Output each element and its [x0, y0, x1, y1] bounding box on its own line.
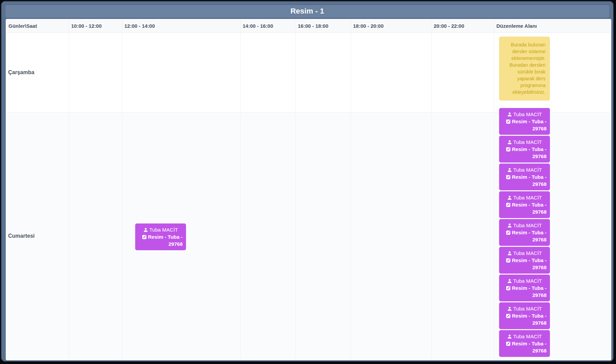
- card-teacher: Tuba MACİT: [513, 139, 542, 145]
- card-lesson: Resim - Tuba - 29768: [148, 234, 183, 247]
- lesson-card-pool[interactable]: Tuba MACİT Resim - Tuba - 29768: [499, 219, 550, 246]
- slot-carsamba-18-20[interactable]: [351, 33, 432, 112]
- user-icon: [507, 168, 512, 172]
- card-lesson: Resim - Tuba - 29768: [512, 257, 547, 270]
- slot-carsamba-12-14[interactable]: [122, 33, 241, 112]
- user-icon: [507, 279, 512, 283]
- user-icon: [507, 306, 512, 311]
- column-header-14-16: 14:00 - 16:00: [241, 20, 296, 33]
- column-header-20-22: 20:00 - 22:00: [432, 20, 494, 33]
- window-titlebar: Resim - 1: [5, 4, 609, 18]
- card-lesson: Resim - Tuba - 29768: [512, 202, 547, 215]
- card-teacher: Tuba MACİT: [513, 250, 542, 256]
- edit-icon: [506, 286, 511, 291]
- user-icon: [507, 223, 512, 228]
- card-teacher: Tuba MACİT: [149, 227, 178, 233]
- edit-icon: [506, 147, 511, 152]
- page-title: Resim - 1: [290, 7, 324, 16]
- timetable: Günler\Saat 10:00 - 12:00 12:00 - 14:00 …: [6, 19, 611, 360]
- slot-carsamba-10-12[interactable]: [69, 33, 122, 112]
- card-teacher: Tuba MACİT: [513, 195, 542, 200]
- column-header-12-14: 12:00 - 14:00: [122, 20, 241, 33]
- slot-carsamba-14-16[interactable]: [241, 33, 296, 112]
- day-label-cumartesi: Cumartesi: [6, 112, 69, 360]
- schedule-window: Resim - 1 Günler\Saat 10:00 - 12:00 12:0…: [1, 1, 614, 362]
- card-lesson: Resim - Tuba - 29768: [512, 174, 547, 187]
- day-label-carsamba: Çarşamba: [6, 33, 69, 112]
- column-header-10-12: 10:00 - 12:00: [69, 20, 122, 33]
- card-lesson: Resim - Tuba - 29768: [512, 230, 547, 242]
- user-icon: [143, 228, 148, 232]
- slot-cumartesi-14-16[interactable]: [241, 112, 296, 360]
- column-header-days: Günler\Saat: [6, 20, 69, 33]
- edit-icon: [506, 119, 511, 124]
- card-teacher: Tuba MACİT: [513, 334, 542, 339]
- slot-carsamba-20-22[interactable]: [432, 33, 494, 112]
- edit-icon: [506, 175, 511, 179]
- slot-cumartesi-16-18[interactable]: [296, 112, 351, 360]
- slot-cumartesi-18-20[interactable]: [351, 112, 432, 360]
- slot-cumartesi-10-12[interactable]: [69, 112, 122, 360]
- lesson-card-pool[interactable]: Tuba MACİT Resim - Tuba - 29768: [499, 164, 550, 190]
- edit-icon: [506, 341, 511, 346]
- edit-icon: [506, 258, 511, 263]
- card-teacher: Tuba MACİT: [513, 278, 542, 284]
- user-icon: [507, 251, 512, 256]
- card-lesson: Resim - Tuba - 29768: [512, 119, 547, 131]
- card-lesson: Resim - Tuba - 29768: [512, 285, 547, 298]
- edit-icon: [506, 230, 511, 235]
- edit-area-carsamba: Burada bulunan dersler sisteme eklenemem…: [494, 33, 611, 112]
- user-icon: [507, 195, 512, 200]
- card-teacher: Tuba MACİT: [513, 167, 542, 173]
- lesson-card-pool[interactable]: Tuba MACİT Resim - Tuba - 29768: [499, 275, 550, 301]
- lesson-card-pool[interactable]: Tuba MACİT Resim - Tuba - 29768: [499, 247, 550, 274]
- card-teacher: Tuba MACİT: [513, 111, 542, 117]
- lesson-card-pool[interactable]: Tuba MACİT Resim - Tuba - 29768: [499, 136, 550, 163]
- lesson-card-scheduled[interactable]: Tuba MACİT Resim - Tuba - 29768: [135, 223, 186, 250]
- lesson-card-pool[interactable]: Tuba MACİT Resim - Tuba - 29768: [499, 330, 550, 357]
- user-icon: [507, 112, 512, 117]
- user-icon: [507, 334, 512, 339]
- card-lesson: Resim - Tuba - 29768: [512, 313, 547, 326]
- column-header-edit-area: Düzenleme Alanı: [494, 20, 611, 33]
- column-header-16-18: 16:00 - 18:00: [296, 20, 351, 33]
- card-lesson: Resim - Tuba - 29768: [512, 341, 547, 354]
- edit-icon: [142, 235, 147, 239]
- lesson-card-pool[interactable]: Tuba MACİT Resim - Tuba - 29768: [499, 108, 550, 135]
- lesson-card-pool[interactable]: Tuba MACİT Resim - Tuba - 29768: [499, 191, 550, 218]
- card-teacher: Tuba MACİT: [513, 222, 542, 228]
- card-lesson: Resim - Tuba - 29768: [512, 146, 547, 159]
- edit-icon: [506, 202, 511, 207]
- edit-area-card-pool: Tuba MACİT Resim - Tuba - 29768 Tuba MAC…: [499, 108, 550, 357]
- lesson-card-pool[interactable]: Tuba MACİT Resim - Tuba - 29768: [499, 302, 550, 329]
- user-icon: [507, 140, 512, 145]
- column-header-18-20: 18:00 - 20:00: [351, 20, 432, 33]
- edit-area-note: Burada bulunan dersler sisteme eklenemem…: [499, 37, 550, 101]
- card-teacher: Tuba MACİT: [513, 306, 542, 312]
- edit-icon: [506, 314, 511, 318]
- slot-cumartesi-20-22[interactable]: [432, 112, 494, 360]
- slot-carsamba-16-18[interactable]: [296, 33, 351, 112]
